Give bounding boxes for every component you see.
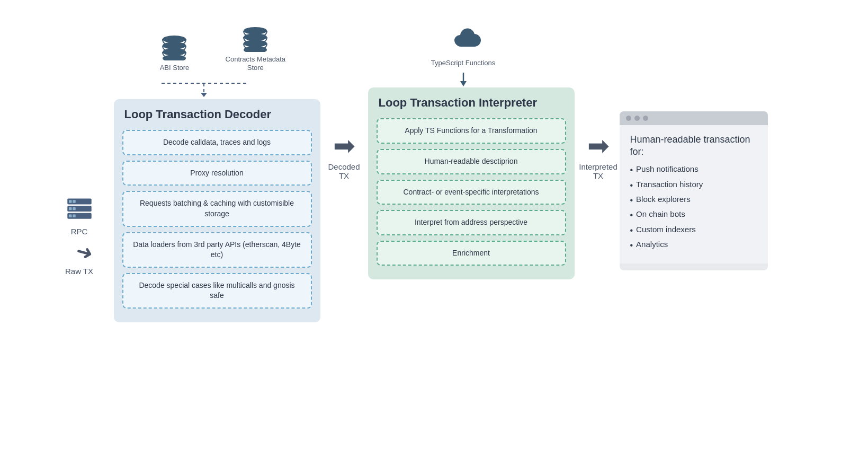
bullet-4: • [630,225,633,236]
interpreted-tx-label: Interpreted TX [577,162,620,180]
dashed-arrows-row [124,78,326,97]
interpreter-section: TypeScript Functions Loop Transaction In… [365,27,577,280]
svg-point-9 [163,36,186,43]
output-item-2: • Block explorers [630,195,757,206]
abi-store-label: ABI Store [160,64,190,73]
decoder-box-2: Requests batching & caching with customi… [122,191,312,226]
cloud-arrow-svg [458,73,469,87]
rpc-label: RPC [71,227,88,236]
browser-dot-3 [643,116,648,121]
interpreter-box-1: Human-readable desctiprion [377,149,566,174]
dashed-connector-svg [124,78,326,97]
interpreter-title: Loop Transaction Interpreter [377,96,566,110]
decoder-panel: Loop Transaction Decoder Decode calldata… [114,99,320,322]
bullet-3: • [630,209,633,221]
svg-point-14 [244,33,267,41]
interpreter-box-0: Apply TS Functions for a Transformation [377,118,566,144]
top-icons-row: ABI Store Contracts Metadata Store [144,27,290,73]
svg-point-16 [244,46,267,52]
decoder-title: Loop Transaction Decoder [122,108,312,121]
cloud-down-arrow [458,73,469,87]
svg-point-12 [163,55,186,60]
svg-rect-4 [69,207,71,209]
output-item-3: • On chain bots [630,209,757,221]
output-item-label-0: Push notifications [636,164,699,173]
output-item-label-4: Custom indexers [636,225,696,234]
interpreter-box-4: Enrichment [377,241,566,266]
interpreted-tx-arrow-section: ➡ Interpreted TX [577,27,620,180]
interpreter-panel: Loop Transaction Interpreter Apply TS Fu… [368,87,575,279]
diagram-container: RPC ➜ Raw TX ABI Store [37,16,831,451]
browser-bar [620,111,768,125]
svg-rect-2 [73,200,75,203]
cloud-icon [442,27,484,56]
svg-point-13 [244,27,267,34]
browser-window: Human-readable transaction for: • Push n… [620,111,768,270]
browser-content: Human-readable transaction for: • Push n… [620,125,768,263]
svg-point-15 [244,40,267,47]
svg-rect-5 [73,207,75,209]
abi-store-group: ABI Store [160,35,190,73]
rpc-section: RPC ➜ Raw TX [48,27,111,276]
svg-rect-7 [69,214,71,217]
output-item-5: • Analytics [630,240,757,251]
output-item-label-2: Block explorers [636,195,691,204]
output-list: • Push notifications • Transaction histo… [630,164,757,251]
raw-tx-label: Raw TX [65,267,93,276]
typescript-functions-group: TypeScript Functions [431,27,495,68]
svg-point-10 [163,42,186,49]
svg-rect-8 [73,214,75,217]
svg-point-11 [163,48,186,56]
svg-marker-21 [460,81,467,86]
output-item-label-5: Analytics [636,240,668,249]
bullet-1: • [630,180,633,191]
contracts-metadata-icon [241,27,270,52]
decoder-box-3: Data loaders from 3rd party APIs (ethers… [122,232,312,268]
output-item-label-1: Transaction history [636,180,703,189]
interpreter-box-3: Interpret from address perspective [377,210,566,235]
interpreted-tx-arrow-icon: ➡ [587,133,610,159]
svg-marker-19 [201,93,207,97]
decoder-section: ABI Store Contracts Metadata Store [111,27,323,323]
output-item-0: • Push notifications [630,164,757,176]
decoder-box-1: Proxy resolution [122,161,312,186]
output-item-4: • Custom indexers [630,225,757,236]
interpreter-box-2: Contract- or event-specific interpretati… [377,180,566,205]
output-item-label-3: On chain bots [636,209,685,218]
svg-rect-1 [69,200,71,203]
decoded-tx-arrow-section: ➡ Decoded TX [323,27,365,180]
contracts-metadata-group: Contracts Metadata Store [221,27,290,73]
browser-dot-2 [634,116,640,121]
decoded-tx-label: Decoded TX [323,162,365,180]
bullet-2: • [630,195,633,206]
rpc-server-icon [64,196,95,223]
typescript-functions-label: TypeScript Functions [431,59,495,68]
abi-store-icon [160,35,189,60]
browser-dot-1 [626,116,631,121]
output-item-1: • Transaction history [630,180,757,191]
bullet-5: • [630,240,633,251]
decoder-box-4: Decode special cases like multicalls and… [122,273,312,309]
output-title: Human-readable transaction for: [630,134,757,159]
rpc-arrow-icon: ➜ [73,239,95,266]
decoder-box-0: Decode calldata, traces and logs [122,130,312,155]
contracts-metadata-label: Contracts Metadata Store [221,55,290,73]
bullet-0: • [630,164,633,176]
output-section: Human-readable transaction for: • Push n… [620,27,768,270]
decoded-tx-arrow-icon: ➡ [333,133,355,159]
